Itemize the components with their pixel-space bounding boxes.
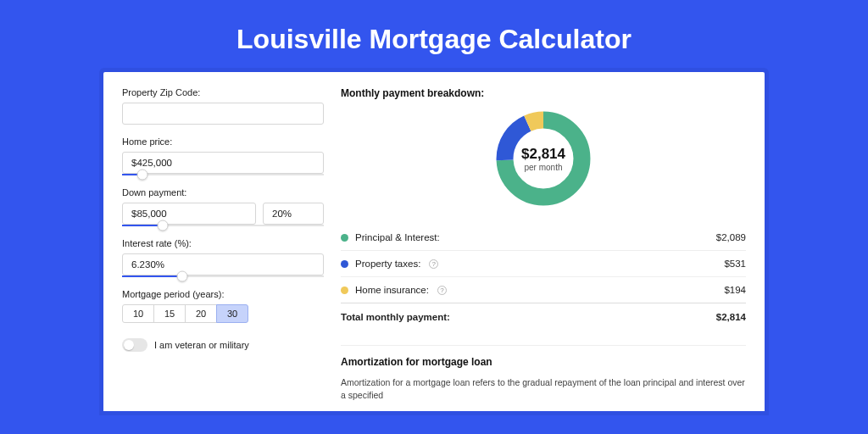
help-icon[interactable]: ? (437, 286, 447, 295)
legend-row: Principal & Interest:$2,089 (341, 225, 746, 250)
period-option-10[interactable]: 10 (122, 304, 154, 323)
field-rate: Interest rate (%): (122, 238, 324, 277)
donut-amount: $2,814 (521, 146, 565, 163)
down-slider-thumb[interactable] (157, 220, 168, 231)
donut-sub: per month (524, 163, 562, 172)
veteran-label: I am veteran or military (154, 340, 249, 350)
legend-value: $194 (724, 285, 746, 295)
field-price: Home price: (122, 136, 324, 175)
rate-label: Interest rate (%): (122, 238, 324, 248)
down-slider[interactable] (122, 225, 324, 226)
price-slider[interactable] (122, 174, 324, 175)
price-slider-thumb[interactable] (136, 170, 147, 181)
legend-label: Home insurance: (355, 285, 429, 295)
down-label: Down payment: (122, 187, 324, 198)
legend-row: Property taxes: ?$531 (341, 250, 746, 276)
amort-text: Amortization for a mortgage loan refers … (341, 376, 746, 401)
legend-row: Home insurance: ?$194 (341, 276, 746, 303)
legend-value: $531 (724, 259, 746, 269)
down-pct-input[interactable] (263, 203, 324, 225)
legend: Principal & Interest:$2,089Property taxe… (341, 225, 746, 303)
rate-slider[interactable] (122, 275, 324, 277)
field-veteran: I am veteran or military (122, 338, 324, 352)
donut-center: $2,814 per month (492, 108, 594, 209)
legend-value: $2,089 (716, 232, 746, 242)
field-down: Down payment: (122, 187, 324, 226)
legend-dot (341, 234, 348, 242)
amort-title: Amortization for mortgage loan (341, 356, 746, 368)
total-label: Total monthly payment: (341, 312, 450, 322)
period-label: Mortgage period (years): (122, 289, 324, 299)
field-zip: Property Zip Code: (122, 87, 324, 125)
breakdown-panel: Monthly payment breakdown: $2,814 per mo… (341, 82, 746, 411)
rate-slider-thumb[interactable] (177, 271, 188, 282)
page-title: Louisville Mortgage Calculator (0, 0, 868, 72)
legend-dot (341, 287, 348, 294)
zip-input[interactable] (122, 103, 324, 125)
price-label: Home price: (122, 136, 324, 147)
price-input[interactable] (122, 152, 324, 174)
period-options: 10152030 (122, 304, 324, 323)
field-period: Mortgage period (years): 10152030 (122, 289, 324, 323)
calculator-card: Property Zip Code: Home price: Down paym… (103, 72, 765, 411)
total-value: $2,814 (716, 312, 746, 322)
legend-dot (341, 260, 348, 268)
period-option-20[interactable]: 20 (185, 304, 217, 323)
form-panel: Property Zip Code: Home price: Down paym… (122, 82, 324, 411)
total-row: Total monthly payment: $2,814 (341, 303, 746, 330)
legend-label: Principal & Interest: (355, 232, 440, 242)
veteran-toggle[interactable] (122, 338, 147, 352)
period-option-30[interactable]: 30 (216, 304, 248, 323)
rate-slider-fill (122, 275, 182, 277)
amortization-section: Amortization for mortgage loan Amortizat… (341, 345, 746, 401)
help-icon[interactable]: ? (429, 259, 438, 269)
down-amount-input[interactable] (122, 203, 256, 225)
breakdown-title: Monthly payment breakdown: (341, 87, 746, 99)
legend-label: Property taxes: (355, 259, 420, 269)
rate-input[interactable] (122, 253, 324, 275)
donut-chart: $2,814 per month (341, 108, 746, 209)
zip-label: Property Zip Code: (122, 87, 324, 97)
period-option-15[interactable]: 15 (153, 304, 186, 323)
